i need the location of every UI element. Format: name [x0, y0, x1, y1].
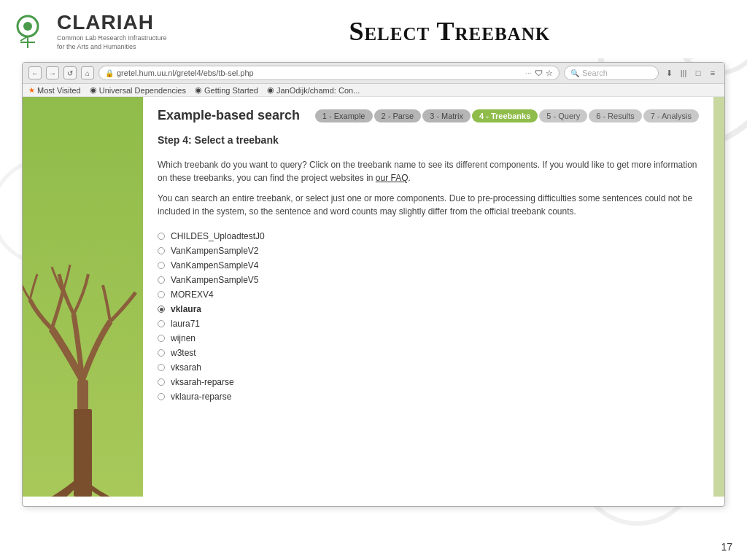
treebank-item-11[interactable]: vksarah-reparse	[158, 375, 699, 389]
step-tabs: 1 - Example 2 - Parse 3 - Matrix 4 - Tre…	[315, 109, 699, 122]
treebank-item-9[interactable]: w3test	[158, 346, 699, 360]
forward-button[interactable]: →	[46, 66, 59, 79]
treebank-label-8: wijnen	[171, 333, 196, 343]
download-icon[interactable]: ⬇	[663, 67, 675, 79]
reload-button[interactable]: ↺	[63, 66, 77, 79]
bookmark-getting-started[interactable]: ◉ Getting Started	[195, 85, 258, 95]
treebank-item-8[interactable]: wijnen	[158, 331, 699, 346]
description-paragraph-1: Which treebank do you want to query? Cli…	[158, 158, 699, 184]
treebank-item-7[interactable]: laura71	[158, 316, 699, 331]
treebank-item-5[interactable]: MOREXV4	[158, 287, 699, 302]
treebank-list: CHILDES_UploadtestJ0 VanKampenSampleV2 V…	[158, 229, 699, 404]
treebank-item-4[interactable]: VanKampenSampleV5	[158, 273, 699, 287]
radio-10[interactable]	[158, 364, 165, 371]
browser-actions: ⬇ ||| □ ≡	[663, 67, 719, 79]
bookmark-icon-3: ◉	[195, 85, 202, 95]
star-icon: ★	[28, 86, 35, 94]
tab-step7[interactable]: 7 - Analysis	[643, 109, 699, 122]
logo-subtitle-1: Common Lab Research Infrastructure	[57, 34, 167, 43]
treebank-item-6[interactable]: vklaura	[158, 302, 699, 316]
radio-3[interactable]	[158, 262, 165, 269]
bookmark-icon-4: ◉	[267, 85, 274, 95]
radio-6[interactable]	[158, 306, 165, 313]
bookmark-label-universal-deps: Universal Dependencies	[99, 86, 186, 95]
treebank-item-3[interactable]: VanKampenSampleV4	[158, 258, 699, 273]
right-panel-scrollbar[interactable]	[713, 97, 724, 497]
tree-illustration	[23, 147, 143, 497]
menu-icon[interactable]: ≡	[707, 67, 719, 79]
svg-point-8	[23, 22, 32, 31]
bookmarks-icon[interactable]: |||	[678, 67, 689, 79]
treebank-item-1[interactable]: CHILDES_UploadtestJ0	[158, 229, 699, 244]
main-content-area[interactable]: Example-based search 1 - Example 2 - Par…	[143, 97, 713, 497]
logo-area: CLARIAH Common Lab Research Infrastructu…	[15, 11, 167, 51]
tab-icon[interactable]: □	[692, 67, 704, 79]
treebank-label-6: vklaura	[171, 304, 201, 314]
url-bar[interactable]: 🔒 gretel.hum.uu.nl/gretel4/ebs/tb-sel.ph…	[98, 66, 560, 80]
radio-11[interactable]	[158, 378, 165, 386]
treebank-label-2: VanKampenSampleV2	[171, 246, 259, 256]
treebank-item-12[interactable]: vklaura-reparse	[158, 389, 699, 404]
clariah-logo-icon	[15, 13, 51, 50]
browser-window: ← → ↺ ⌂ 🔒 gretel.hum.uu.nl/gretel4/ebs/t…	[22, 62, 725, 507]
tab-step4[interactable]: 4 - Treebanks	[472, 109, 538, 122]
bookmark-most-visited[interactable]: ★ Most Visited	[28, 86, 81, 95]
treebank-label-7: laura71	[171, 319, 200, 329]
treebank-label-12: vklaura-reparse	[171, 392, 231, 402]
url-text: gretel.hum.uu.nl/gretel4/ebs/tb-sel.php	[117, 69, 522, 77]
description-paragraph-2: You can search an entire treebank, or se…	[158, 192, 699, 218]
home-button[interactable]: ⌂	[81, 66, 94, 79]
treebank-label-5: MOREXV4	[171, 289, 214, 300]
search-bar[interactable]: 🔍 Search	[564, 66, 659, 80]
presentation-title: Select Treebank	[167, 16, 732, 47]
svg-line-11	[20, 36, 28, 41]
tab-step6[interactable]: 6 - Results	[589, 109, 642, 122]
header: CLARIAH Common Lab Research Infrastructu…	[0, 0, 747, 58]
bookmark-label-janodijk: JanOdijk/chamd: Con...	[276, 86, 360, 95]
radio-8[interactable]	[158, 335, 165, 342]
treebank-label-9: w3test	[171, 348, 196, 358]
radio-12[interactable]	[158, 393, 165, 400]
radio-1[interactable]	[158, 233, 165, 240]
bookmarks-bar: ★ Most Visited ◉ Universal Dependencies …	[23, 84, 724, 97]
search-placeholder: Search	[582, 69, 608, 77]
treebank-label-10: vksarah	[171, 362, 201, 373]
tab-step1[interactable]: 1 - Example	[315, 109, 373, 122]
radio-2[interactable]	[158, 247, 165, 254]
radio-5[interactable]	[158, 291, 165, 298]
content-header: Example-based search 1 - Example 2 - Par…	[158, 108, 699, 123]
tab-step3[interactable]: 3 - Matrix	[422, 109, 471, 122]
page-content: Example-based search 1 - Example 2 - Par…	[23, 97, 724, 497]
treebank-label-1: CHILDES_UploadtestJ0	[171, 231, 265, 241]
content-page-title: Example-based search	[158, 108, 300, 123]
back-button[interactable]: ←	[28, 66, 42, 79]
sidebar-tree	[23, 97, 143, 497]
faq-link[interactable]: our FAQ	[376, 173, 409, 183]
bookmark-universal-deps[interactable]: ◉ Universal Dependencies	[90, 85, 186, 95]
treebank-item-10[interactable]: vksarah	[158, 360, 699, 375]
logo-text: CLARIAH Common Lab Research Infrastructu…	[57, 11, 167, 51]
bookmark-icon-2: ◉	[90, 85, 97, 95]
radio-4[interactable]	[158, 276, 165, 284]
treebank-label-3: VanKampenSampleV4	[171, 260, 259, 271]
radio-9[interactable]	[158, 349, 165, 357]
logo-name: CLARIAH	[57, 11, 167, 34]
treebank-label-4: VanKampenSampleV5	[171, 275, 259, 285]
bookmark-label-getting-started: Getting Started	[204, 86, 258, 95]
tab-step2[interactable]: 2 - Parse	[374, 109, 422, 122]
treebank-label-11: vksarah-reparse	[171, 377, 234, 387]
radio-7[interactable]	[158, 320, 165, 327]
tab-step5[interactable]: 5 - Query	[539, 109, 587, 122]
browser-chrome: ← → ↺ ⌂ 🔒 gretel.hum.uu.nl/gretel4/ebs/t…	[23, 63, 724, 84]
bookmark-label-most-visited: Most Visited	[37, 86, 81, 95]
step-heading: Step 4: Select a treebank	[158, 134, 699, 149]
slide-number: 17	[721, 541, 732, 553]
logo-subtitle-2: for the Arts and Humanities	[57, 43, 167, 52]
bookmark-janodijk[interactable]: ◉ JanOdijk/chamd: Con...	[267, 85, 360, 95]
treebank-item-2[interactable]: VanKampenSampleV2	[158, 244, 699, 258]
